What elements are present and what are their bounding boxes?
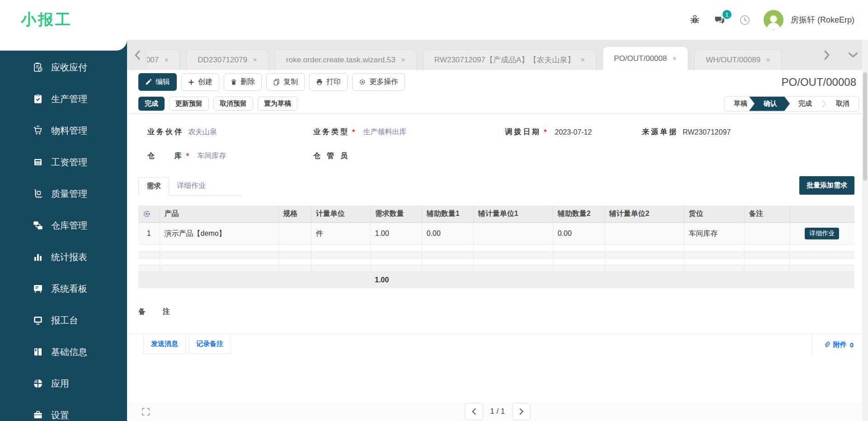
done-button[interactable]: 完成 — [138, 97, 165, 111]
column-config-cell[interactable] — [138, 206, 160, 223]
sidebar-item-receivable-payable[interactable]: 应收应付 — [0, 51, 127, 83]
tab-document-dd230712079[interactable]: DD230712079 × — [186, 49, 269, 70]
table-total-row: 1.00 — [138, 272, 854, 289]
column-header[interactable]: 辅计量单位1 — [473, 206, 553, 223]
required-asterisk: * — [544, 128, 547, 136]
user-name[interactable]: 房振轩 (RokeErp) — [791, 14, 854, 25]
update-reservation-button[interactable]: 更新预留 — [169, 97, 209, 111]
cell-product[interactable]: 演示产品【demo】 — [160, 223, 278, 245]
attachment-count: 0 — [850, 341, 854, 349]
sidebar-item-apps[interactable]: 应用 — [0, 368, 127, 399]
field-transfer-date: 调拨日期 * 2023-07-12 — [505, 127, 642, 137]
sidebar-item-quality[interactable]: 质量管理 — [0, 178, 127, 210]
scrollbar-thumb[interactable] — [863, 72, 867, 181]
sidebar-item-dashboard[interactable]: 系统看板 — [0, 273, 127, 304]
column-header[interactable]: 产品 — [160, 206, 278, 223]
set-draft-button[interactable]: 置为草稿 — [258, 97, 297, 111]
edit-button[interactable]: 编辑 — [138, 73, 177, 91]
sidebar-item-work-terminal[interactable]: 报工台 — [0, 304, 127, 336]
pager-previous-button[interactable] — [465, 403, 483, 420]
tab-document-po-out-00008[interactable]: PO/OUT/00008 × — [603, 47, 688, 70]
notes-field: 备注 — [138, 307, 854, 317]
send-message-button[interactable]: 发送消息 — [143, 334, 186, 354]
notes-label: 备注 — [138, 307, 170, 317]
attachments-button[interactable]: 附件 0 — [812, 334, 868, 355]
table-row[interactable]: 1 演示产品【demo】 件 1.00 0.00 0.00 车间库存 详细作业 — [138, 223, 854, 245]
log-note-button[interactable]: 记录备注 — [189, 334, 231, 354]
column-header[interactable]: 计量单位 — [311, 206, 370, 223]
more-actions-button[interactable]: 更多操作 — [352, 73, 405, 91]
field-label: 业务伙伴 — [147, 127, 182, 137]
tab-document-wizard[interactable]: roke.order.create.task.wizard,53 × — [275, 49, 417, 70]
warehouse-value-link[interactable]: 车间库存 — [197, 151, 226, 161]
scrollbar[interactable] — [862, 40, 868, 421]
create-button[interactable]: 创建 — [181, 73, 219, 91]
sidebar-item-label: 质量管理 — [51, 188, 87, 200]
activities-clock-icon[interactable] — [739, 14, 751, 26]
notebook-tabs: 需求 详细作业 — [138, 177, 242, 196]
tabs-scroll-right-icon[interactable] — [824, 50, 830, 60]
chevron-right-icon — [822, 97, 826, 111]
copy-button[interactable]: 复制 — [266, 73, 305, 91]
fullscreen-icon[interactable] — [142, 407, 150, 416]
plus-icon — [188, 79, 194, 85]
business-type-value-link[interactable]: 生产领料出库 — [363, 127, 406, 137]
column-header[interactable]: 货位 — [684, 206, 744, 223]
status-step-confirmed[interactable]: 确认 — [749, 97, 790, 111]
status-action-row: 完成 更新预留 取消预留 置为草稿 草稿 确认 完成 取消 — [127, 94, 868, 114]
table-row-empty — [138, 258, 854, 265]
sidebar-item-warehouse[interactable]: 仓库管理 — [0, 210, 127, 241]
trash-icon — [231, 79, 237, 85]
transfer-date-value: 2023-07-12 — [555, 128, 592, 136]
detailed-operations-badge-button[interactable]: 详细作业 — [805, 228, 839, 239]
tabs-scroll-left-icon[interactable] — [134, 50, 140, 60]
close-icon[interactable]: × — [580, 56, 585, 65]
column-header[interactable]: 辅助数量2 — [553, 206, 604, 223]
close-icon[interactable]: × — [401, 56, 406, 65]
cell-action: 详细作业 — [789, 223, 854, 245]
partner-value-link[interactable]: 农夫山泉 — [188, 127, 217, 137]
close-icon[interactable]: × — [164, 56, 169, 65]
avatar[interactable] — [764, 10, 783, 30]
sidebar-item-production[interactable]: 生产管理 — [0, 83, 127, 115]
column-header[interactable]: 备注 — [744, 206, 789, 223]
sidebar-item-payroll[interactable]: 工资管理 — [0, 146, 127, 178]
sidebar-item-base-info[interactable]: 基础信息 — [0, 336, 127, 368]
sidebar-item-material[interactable]: 物料管理 — [0, 115, 127, 146]
tab-document-00007[interactable]: 00007 × — [147, 49, 180, 70]
field-warehouse: 仓库 * 车间库存 — [147, 151, 313, 161]
pager-next-button[interactable] — [512, 403, 530, 420]
print-button[interactable]: 打印 — [309, 73, 348, 91]
sidebar-item-settings[interactable]: 设置 — [0, 399, 127, 421]
required-asterisk: * — [186, 152, 189, 160]
tab-demand[interactable]: 需求 — [138, 177, 169, 196]
status-step-done[interactable]: 完成 — [789, 97, 821, 111]
base-info-icon — [33, 346, 43, 357]
tab-document-rw230712097[interactable]: RW230712097【产成品A】【农夫山泉】 × — [423, 49, 596, 70]
column-header[interactable]: 规格 — [278, 206, 311, 223]
status-step-cancelled[interactable]: 取消 — [827, 97, 859, 111]
cell-note — [744, 223, 789, 245]
sidebar-item-reports[interactable]: 统计报表 — [0, 241, 127, 273]
close-icon[interactable]: × — [672, 54, 677, 63]
column-header[interactable]: 需求数量 — [370, 206, 422, 223]
chevron-right-icon — [519, 408, 524, 415]
cancel-reservation-button[interactable]: 取消预留 — [213, 97, 253, 111]
sidebar-item-label: 系统看板 — [51, 283, 87, 295]
close-icon[interactable]: × — [766, 56, 770, 65]
close-icon[interactable]: × — [253, 56, 257, 65]
total-qty: 1.00 — [370, 272, 422, 289]
batch-add-demand-button[interactable]: 批量添加需求 — [799, 176, 854, 195]
column-header[interactable]: 辅计量单位2 — [604, 206, 684, 223]
delete-button[interactable]: 删除 — [224, 73, 262, 91]
sidebar-item-label: 基础信息 — [51, 346, 87, 358]
tab-document-wh-out-00089[interactable]: WH/OUT/00089 × — [694, 49, 782, 70]
tabs-list-chevron-down-icon[interactable] — [848, 52, 858, 58]
messages-icon[interactable]: 1 — [713, 14, 726, 26]
table-header-row: 产品 规格 计量单位 需求数量 辅助数量1 辅计量单位1 辅助数量2 辅计量单位… — [138, 206, 854, 223]
tab-label: 00007 — [147, 56, 159, 65]
cell-aux-uom1 — [473, 223, 553, 245]
debug-bug-icon[interactable] — [689, 14, 701, 26]
column-header[interactable]: 辅助数量1 — [422, 206, 473, 223]
tab-detailed-operations[interactable]: 详细作业 — [169, 177, 213, 195]
